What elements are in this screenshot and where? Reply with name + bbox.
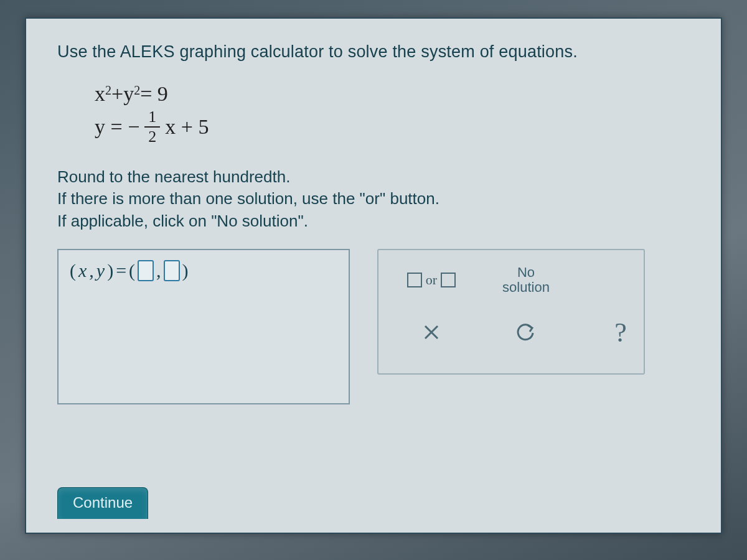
or-label: or <box>426 272 437 288</box>
directions-line-2: If there is more than one solution, use … <box>57 188 690 210</box>
or-button[interactable]: or <box>400 260 463 300</box>
directions-block: Round to the nearest hundredth. If there… <box>57 166 690 233</box>
continue-button[interactable]: Continue <box>57 487 148 519</box>
tool-panel: or No solution <box>377 249 645 375</box>
ans-var-y: y <box>96 260 105 281</box>
eq1-y: y <box>123 82 134 105</box>
y-input-slot[interactable] <box>164 260 180 281</box>
x-input-slot[interactable] <box>138 260 154 281</box>
work-row: ( x , y ) = ( , ) or <box>57 249 690 404</box>
question-mark-icon: ? <box>614 317 627 348</box>
reset-button[interactable] <box>494 312 558 352</box>
eq2-fraction: 1 2 <box>144 109 160 145</box>
eq2-frac-den: 2 <box>148 128 156 145</box>
answer-line: ( x , y ) = ( , ) <box>70 260 337 281</box>
eq1-exp-a: 2 <box>105 83 111 97</box>
eq1-rhs: = 9 <box>140 82 168 105</box>
eq1-exp-b: 2 <box>134 83 140 97</box>
no-solution-button[interactable]: No solution <box>494 260 558 300</box>
tool-row-2: ? <box>387 312 635 352</box>
clear-button[interactable] <box>400 312 463 352</box>
or-box-right-icon <box>441 273 456 287</box>
ans-sep: , <box>156 260 161 281</box>
ans-close: ) <box>107 260 113 281</box>
eq1-x: x <box>95 82 105 105</box>
directions-line-3: If applicable, click on "No solution". <box>57 210 690 233</box>
equation-2: y = − 1 2 x + 5 <box>95 109 690 145</box>
no-solution-line1: No <box>517 265 535 280</box>
x-icon <box>422 323 441 342</box>
no-solution-line2: solution <box>502 280 550 295</box>
eq1-plus: + <box>111 82 123 105</box>
equation-block: x2+y2= 9 y = − 1 2 x + 5 <box>57 79 690 145</box>
help-button[interactable]: ? <box>589 312 652 352</box>
ans-comma1: , <box>89 260 94 281</box>
tool-row-1: or No solution <box>387 260 635 300</box>
problem-sheet: Use the ALEKS graphing calculator to sol… <box>25 17 722 534</box>
ans-equals: = <box>116 260 126 281</box>
undo-icon <box>515 322 537 343</box>
eq2-frac-num: 1 <box>144 109 160 128</box>
ans-popen: ( <box>129 260 135 281</box>
equation-1: x2+y2= 9 <box>95 79 690 109</box>
instruction-text: Use the ALEKS graphing calculator to sol… <box>57 42 690 62</box>
eq2-after: x + 5 <box>165 112 209 142</box>
ans-var-x: x <box>78 260 87 281</box>
or-box-left-icon <box>407 273 422 287</box>
continue-label: Continue <box>73 494 133 511</box>
answer-box[interactable]: ( x , y ) = ( , ) <box>57 249 350 404</box>
ans-open: ( <box>70 260 76 281</box>
directions-line-1: Round to the nearest hundredth. <box>57 166 690 189</box>
ans-pclose: ) <box>182 260 189 281</box>
eq2-lhs: y = − <box>95 112 139 142</box>
